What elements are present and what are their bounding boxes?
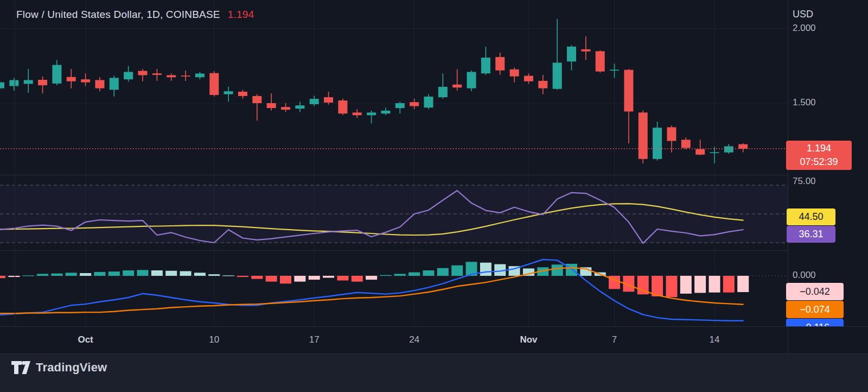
candle-up (24, 80, 33, 84)
macd-histogram-bar (709, 276, 720, 293)
macd-histogram-bar (380, 275, 391, 276)
candle-up (710, 152, 719, 153)
candle-down (524, 76, 533, 81)
candle-down (267, 103, 276, 108)
macd-histogram-bar (237, 276, 248, 277)
pane-separator[interactable] (0, 175, 788, 175)
candle-up (567, 47, 576, 61)
macd-histogram-bar (451, 265, 463, 276)
symbol-title[interactable]: Flow / United States Dollar, 1D, COINBAS… (16, 9, 254, 21)
time-tick-label: Nov (520, 327, 537, 353)
macd-hist-badge: −0.042 (786, 283, 844, 300)
oscillator-pane[interactable] (0, 175, 788, 250)
brand-text: TradingView (36, 361, 107, 375)
tradingview-logo[interactable]: TradingView (11, 359, 107, 376)
left-edge-line (15, 0, 15, 326)
candle-up (438, 87, 448, 97)
bar-countdown: 07:52:39 (800, 155, 838, 169)
time-tick-label: 7 (612, 327, 617, 353)
candle-up (724, 146, 733, 152)
macd-histogram-bar (51, 274, 62, 276)
candle-down (181, 75, 190, 77)
candle-up (195, 73, 205, 77)
macd-histogram-bar (694, 276, 706, 293)
candle-up (52, 65, 61, 84)
macd-histogram-bar (66, 273, 77, 276)
candle-down (324, 97, 333, 103)
candle-down (281, 107, 290, 110)
candle-down (138, 71, 148, 75)
last-price-value: 1.194 (807, 142, 831, 155)
candle-down (167, 75, 176, 77)
candle-up (395, 103, 405, 108)
macd-histogram-bar (80, 273, 91, 276)
macd-signal-badge: −0.074 (786, 301, 844, 318)
macd-histogram-bar (8, 276, 20, 277)
rsi-ma-badge: 44.50 (787, 208, 835, 225)
candle-down (95, 80, 104, 88)
macd-line-badge: −0.116 (786, 319, 844, 326)
candle-down (353, 112, 362, 115)
macd-histogram-bar (566, 264, 577, 276)
candle-down (667, 127, 676, 141)
candle-down (639, 112, 648, 159)
candle-down (452, 85, 462, 87)
price-pane[interactable] (0, 0, 788, 175)
candle-down (581, 49, 590, 52)
candle-up (224, 91, 233, 94)
macd-histogram-bar (94, 272, 105, 276)
macd-histogram-bar (165, 271, 177, 276)
candle-down (681, 140, 691, 148)
macd-histogram-bar (0, 276, 5, 278)
macd-line-badge-clip: −0.116 (786, 319, 844, 326)
candle-down (495, 57, 505, 71)
macd-pane[interactable] (0, 251, 788, 326)
macd-histogram-bar (552, 264, 563, 276)
symbol-title-text: Flow / United States Dollar, 1D, COINBAS… (16, 9, 220, 20)
macd-histogram-bar (194, 273, 206, 276)
candle-down (738, 144, 748, 149)
time-tick-label: 17 (309, 327, 320, 353)
macd-histogram-bar (137, 270, 149, 276)
time-axis[interactable]: Oct101724Nov714 (0, 326, 868, 354)
macd-histogram-bar (437, 268, 449, 276)
candle-down (81, 79, 90, 82)
pane-separator[interactable] (0, 250, 788, 251)
macd-histogram-bar (294, 276, 305, 282)
symbol-last-price: 1.194 (228, 9, 254, 20)
axis-label-2000: 2.000 (793, 23, 816, 34)
currency-label: USD (793, 9, 813, 20)
axis-label-zero: 0.000 (793, 270, 816, 281)
bottom-bar: TradingView (0, 353, 868, 392)
time-tick-label: 14 (710, 327, 720, 353)
macd-histogram-bar (208, 274, 220, 276)
macd-histogram-bar (123, 270, 134, 276)
macd-histogram-bar (37, 274, 48, 276)
chart-root: Flow / United States Dollar, 1D, COINBAS… (0, 0, 868, 392)
candle-down (152, 73, 162, 75)
macd-histogram-bar (309, 276, 320, 280)
candle-up (110, 78, 119, 90)
candle-up (467, 72, 476, 88)
macd-histogram-bar (280, 276, 291, 283)
macd-histogram-bar (251, 276, 263, 279)
candle-up (310, 99, 319, 104)
candle-up (124, 72, 133, 79)
candle-up (424, 97, 433, 108)
candle-up (481, 58, 490, 73)
candle-up (653, 128, 662, 159)
macd-histogram-bar (394, 274, 406, 276)
candle-up (553, 62, 562, 88)
macd-histogram-bar (409, 273, 420, 276)
time-tick-label: 24 (409, 327, 419, 353)
axis-label-1500: 1.500 (793, 97, 816, 108)
macd-histogram-bar (352, 276, 363, 282)
candle-up (610, 69, 619, 71)
rsi-badge: 36.31 (787, 226, 835, 243)
macd-histogram-bar (366, 276, 377, 280)
candle-down (238, 92, 247, 96)
macd-histogram-bar (23, 275, 34, 276)
candle-down (338, 100, 347, 113)
macd-histogram-bar (423, 270, 435, 276)
candle-down (510, 69, 519, 77)
